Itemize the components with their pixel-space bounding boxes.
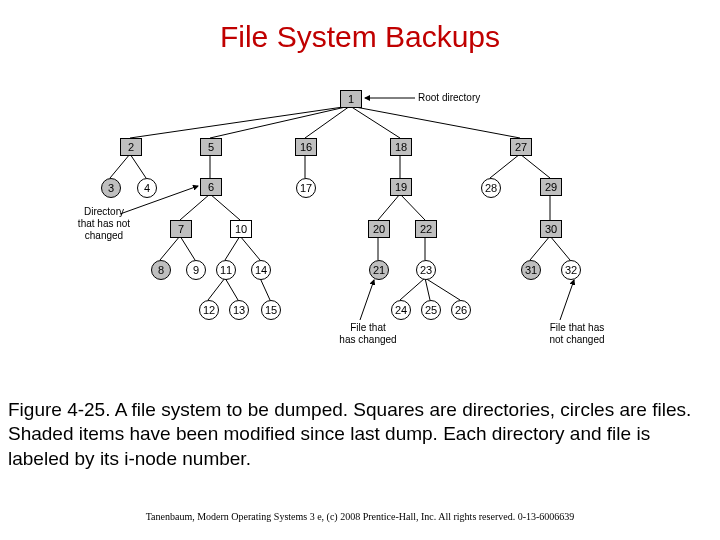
node-13: 13	[229, 300, 249, 320]
svg-line-10	[490, 154, 520, 178]
root-directory-label: Root directory	[418, 92, 480, 104]
svg-line-23	[530, 236, 550, 260]
node-5: 5	[200, 138, 222, 156]
svg-line-27	[260, 278, 270, 300]
svg-line-0	[130, 106, 350, 138]
node-2: 2	[120, 138, 142, 156]
node-1: 1	[340, 90, 362, 108]
node-14: 14	[251, 260, 271, 280]
node-9: 9	[186, 260, 206, 280]
node-31: 31	[521, 260, 541, 280]
svg-line-12	[180, 194, 210, 220]
svg-line-14	[378, 194, 400, 220]
slide-title: File System Backups	[0, 20, 720, 54]
svg-line-18	[180, 236, 195, 260]
dir-unchanged-line2: that has not	[78, 218, 130, 229]
node-22: 22	[415, 220, 437, 238]
node-7: 7	[170, 220, 192, 238]
node-32: 32	[561, 260, 581, 280]
node-29: 29	[540, 178, 562, 196]
file-changed-line1: File that	[350, 322, 386, 333]
node-12: 12	[199, 300, 219, 320]
svg-line-15	[400, 194, 425, 220]
node-30: 30	[540, 220, 562, 238]
node-26: 26	[451, 300, 471, 320]
node-21: 21	[369, 260, 389, 280]
svg-line-17	[160, 236, 180, 260]
node-10: 10	[230, 220, 252, 238]
node-27: 27	[510, 138, 532, 156]
svg-line-5	[110, 154, 130, 178]
node-8: 8	[151, 260, 171, 280]
dir-unchanged-line1: Directory	[84, 206, 124, 217]
filesystem-diagram: 1 Root directory 2 5 16 18 27 3 4 6 17 1…	[80, 90, 640, 380]
svg-line-20	[240, 236, 260, 260]
node-17: 17	[296, 178, 316, 198]
node-6: 6	[200, 178, 222, 196]
svg-line-24	[550, 236, 570, 260]
figure-caption: Figure 4-25. A file system to be dumped.…	[8, 398, 712, 471]
node-16: 16	[295, 138, 317, 156]
file-changed-label: File that has changed	[328, 322, 408, 346]
svg-line-2	[305, 106, 350, 138]
node-20: 20	[368, 220, 390, 238]
copyright-footer: Tanenbaum, Modern Operating Systems 3 e,…	[0, 511, 720, 522]
dir-unchanged-line3: changed	[85, 230, 123, 241]
node-23: 23	[416, 260, 436, 280]
svg-line-6	[130, 154, 146, 178]
svg-line-33	[360, 280, 374, 320]
svg-line-13	[210, 194, 240, 220]
node-11: 11	[216, 260, 236, 280]
node-15: 15	[261, 300, 281, 320]
svg-line-1	[210, 106, 350, 138]
svg-line-4	[350, 106, 520, 138]
node-18: 18	[390, 138, 412, 156]
node-4: 4	[137, 178, 157, 198]
svg-line-26	[225, 278, 238, 300]
svg-line-30	[425, 278, 460, 300]
file-unchanged-line2: not changed	[549, 334, 604, 345]
node-19: 19	[390, 178, 412, 196]
node-3: 3	[101, 178, 121, 198]
svg-line-28	[400, 278, 425, 300]
file-unchanged-line1: File that has	[550, 322, 604, 333]
svg-line-19	[225, 236, 240, 260]
file-changed-line2: has changed	[339, 334, 396, 345]
node-28: 28	[481, 178, 501, 198]
svg-line-34	[560, 280, 574, 320]
svg-line-29	[425, 278, 430, 300]
dir-unchanged-label: Directory that has not changed	[70, 206, 138, 242]
svg-line-11	[520, 154, 550, 178]
svg-line-3	[350, 106, 400, 138]
node-25: 25	[421, 300, 441, 320]
file-unchanged-label: File that has not changed	[532, 322, 622, 346]
svg-line-25	[208, 278, 225, 300]
node-24: 24	[391, 300, 411, 320]
